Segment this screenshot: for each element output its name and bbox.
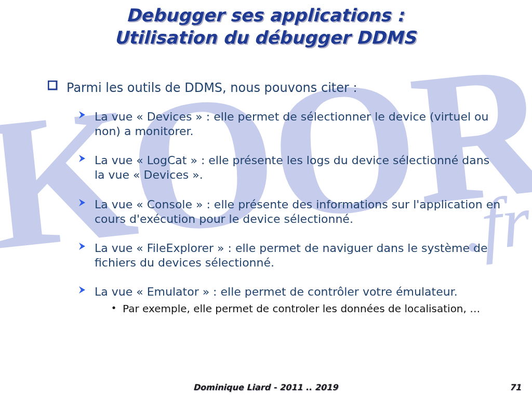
sub-sub-item: • Par exemple, elle permet de controler … [110, 302, 501, 316]
list-item: La vue « Console » : elle présente des i… [78, 197, 501, 227]
bullet-main: Parmi les outils de DDMS, nous pouvons c… [47, 81, 501, 95]
slide: Debugger ses applications : Utilisation … [0, 0, 532, 399]
slide-body: Parmi les outils de DDMS, nous pouvons c… [47, 81, 501, 316]
bullet-dot-icon: • [110, 303, 117, 316]
list-item: La vue « LogCat » : elle présente les lo… [78, 153, 501, 182]
list-item-text: La vue « FileExplorer » : elle permet de… [95, 241, 501, 270]
list-item: La vue « FileExplorer » : elle permet de… [78, 241, 501, 270]
slide-footer: Dominique Liard - 2011 .. 2019 Dominique… [0, 378, 532, 393]
square-bullet-icon [47, 81, 59, 95]
bullet-main-text: Parmi les outils de DDMS, nous pouvons c… [66, 81, 357, 95]
list-item-text: La vue « Console » : elle présente des i… [95, 197, 501, 227]
title-line-2: Utilisation du débugger DDMS [114, 27, 416, 48]
list-item-text: La vue « Emulator » : elle permet de con… [95, 285, 501, 299]
list-item: La vue « Emulator » : elle permet de con… [78, 285, 501, 316]
footer-author: Dominique Liard - 2011 .. 2019 [0, 382, 531, 392]
chevron-right-icon [78, 198, 88, 227]
sub-bullet-list: La vue « Devices » : elle permet de séle… [78, 110, 501, 316]
svg-rect-2 [48, 81, 57, 89]
chevron-right-icon [78, 286, 88, 316]
chevron-right-icon [78, 111, 88, 139]
list-item: La vue « Devices » : elle permet de séle… [78, 110, 501, 139]
title-line-1: Debugger ses applications : [126, 5, 404, 25]
chevron-right-icon [78, 242, 88, 270]
sub-sub-item-text: Par exemple, elle permet de controler le… [123, 302, 480, 316]
slide-title: Debugger ses applications : Utilisation … [0, 5, 532, 49]
list-item-text: La vue « LogCat » : elle présente les lo… [95, 153, 501, 182]
chevron-right-icon [78, 154, 88, 182]
list-item-text-wrap: La vue « Emulator » : elle permet de con… [95, 285, 501, 316]
page-number: 71 [510, 382, 521, 392]
list-item-text: La vue « Devices » : elle permet de séle… [95, 110, 501, 139]
